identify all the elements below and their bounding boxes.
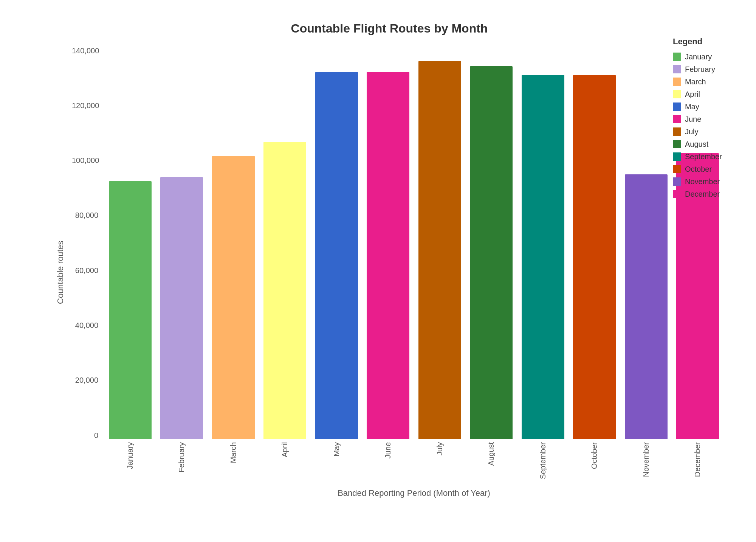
legend-label-september: September <box>685 152 722 161</box>
y-tick: 120,000 <box>72 102 102 109</box>
x-label-group: June <box>364 439 413 485</box>
x-axis-title: Banded Reporting Period (Month of Year) <box>102 488 726 498</box>
bars-and-grid <box>102 47 726 439</box>
bar-april <box>263 142 306 439</box>
legend-item-november: November <box>673 177 748 186</box>
x-label-november: November <box>642 442 651 477</box>
x-label-group: November <box>622 439 671 485</box>
x-label-june: June <box>384 442 392 458</box>
x-label-group: December <box>674 439 722 485</box>
legend-label-december: December <box>685 190 720 199</box>
x-label-group: September <box>519 439 567 485</box>
bar-group <box>622 47 671 439</box>
legend-item-august: August <box>673 140 748 149</box>
y-tick: 40,000 <box>72 321 102 329</box>
y-axis-label: Countable routes <box>53 47 68 498</box>
legend-color-june <box>673 115 681 123</box>
legend-color-november <box>673 177 681 186</box>
legend-item-october: October <box>673 165 748 174</box>
x-label-group: May <box>312 439 361 485</box>
legend-item-december: December <box>673 190 748 199</box>
bar-november <box>625 174 668 439</box>
bar-march <box>212 156 255 439</box>
legend-color-july <box>673 127 681 136</box>
x-label-july: July <box>435 442 444 456</box>
chart-plot-area: 020,00040,00060,00080,000100,000120,0001… <box>72 47 726 498</box>
legend-item-september: September <box>673 152 748 161</box>
y-tick: 100,000 <box>72 157 102 164</box>
y-tick: 80,000 <box>72 211 102 219</box>
legend-item-july: July <box>673 127 748 136</box>
legend-color-october <box>673 165 681 173</box>
legend-label-may: May <box>685 102 699 111</box>
x-label-april: April <box>280 442 289 457</box>
legend-item-april: April <box>673 90 748 99</box>
bar-group <box>467 47 516 439</box>
legend-item-march: March <box>673 78 748 86</box>
x-label-january: January <box>126 442 135 469</box>
bar-group <box>209 47 258 439</box>
legend-label-january: January <box>685 53 712 61</box>
legend-color-april <box>673 90 681 98</box>
bar-september <box>522 75 564 439</box>
y-ticks: 020,00040,00060,00080,000100,000120,0001… <box>72 47 102 439</box>
x-axis-labels: JanuaryFebruaryMarchAprilMayJuneJulyAugu… <box>102 439 726 485</box>
y-tick: 0 <box>72 432 102 439</box>
bar-june <box>367 72 409 439</box>
x-label-september: September <box>539 442 547 479</box>
bar-group <box>312 47 361 439</box>
legend-color-september <box>673 152 681 161</box>
legend-color-january <box>673 53 681 61</box>
legend-label-october: October <box>685 165 712 174</box>
x-label-group: October <box>570 439 619 485</box>
bar-january <box>109 181 152 439</box>
chart-title: Countable Flight Routes by Month <box>53 22 726 36</box>
legend: Legend JanuaryFebruaryMarchAprilMayJuneJ… <box>673 37 748 199</box>
bar-february <box>160 177 203 439</box>
bar-group <box>158 47 206 439</box>
x-label-december: December <box>693 442 702 477</box>
legend-label-february: February <box>685 65 715 74</box>
y-tick: 60,000 <box>72 267 102 274</box>
legend-item-may: May <box>673 102 748 111</box>
legend-color-february <box>673 65 681 73</box>
x-label-march: March <box>229 442 238 463</box>
x-label-group: January <box>106 439 155 485</box>
x-label-october: October <box>590 442 599 469</box>
legend-color-august <box>673 140 681 148</box>
bar-july <box>418 61 461 439</box>
x-label-group: March <box>209 439 258 485</box>
x-label-february: February <box>177 442 186 472</box>
y-tick: 140,000 <box>72 47 102 54</box>
legend-item-february: February <box>673 65 748 74</box>
legend-color-december <box>673 190 681 198</box>
legend-label-june: June <box>685 115 701 124</box>
bar-group <box>106 47 155 439</box>
bars-row <box>102 47 726 439</box>
x-label-group: July <box>415 439 464 485</box>
bar-group <box>570 47 619 439</box>
x-label-august: August <box>487 442 496 466</box>
legend-label-april: April <box>685 90 700 99</box>
legend-item-june: June <box>673 115 748 124</box>
legend-item-january: January <box>673 53 748 61</box>
bar-may <box>315 72 358 439</box>
chart-container: Countable Flight Routes by Month Countab… <box>8 6 748 536</box>
bar-group <box>415 47 464 439</box>
legend-color-march <box>673 78 681 86</box>
legend-label-november: November <box>685 177 720 186</box>
bar-august <box>470 66 513 439</box>
x-label-group: August <box>467 439 516 485</box>
bar-group <box>519 47 567 439</box>
bar-october <box>573 75 616 439</box>
legend-label-march: March <box>685 78 706 86</box>
legend-title: Legend <box>673 37 748 47</box>
bar-group <box>261 47 310 439</box>
plot-with-yaxis: 020,00040,00060,00080,000100,000120,0001… <box>72 47 726 439</box>
legend-color-may <box>673 102 681 111</box>
bar-group <box>364 47 413 439</box>
legend-label-july: July <box>685 127 699 136</box>
x-label-group: February <box>158 439 206 485</box>
y-tick: 20,000 <box>72 376 102 384</box>
x-label-group: April <box>261 439 310 485</box>
